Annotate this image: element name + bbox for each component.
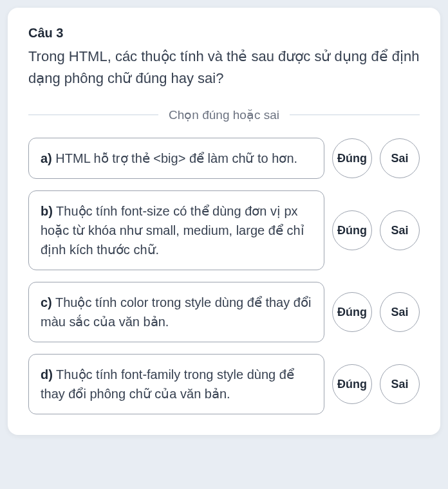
question-title: Câu 3	[28, 26, 420, 41]
statement-box-a: a) HTML hỗ trợ thẻ <big> để làm chữ to h…	[28, 138, 324, 179]
question-card: Câu 3 Trong HTML, các thuộc tính và thẻ …	[8, 8, 440, 435]
true-button-b[interactable]: Đúng	[332, 210, 372, 250]
statement-text: Thuộc tính font-size có thể dùng đơn vị …	[41, 204, 304, 257]
divider-line-left	[28, 115, 158, 115]
statement-text: HTML hỗ trợ thẻ <big> để làm chữ to hơn.	[55, 151, 297, 165]
statement-box-c: c) Thuộc tính color trong style dùng để …	[28, 282, 324, 342]
false-button-b[interactable]: Sai	[380, 210, 420, 250]
divider-line-right	[290, 115, 420, 115]
false-button-d[interactable]: Sai	[380, 364, 420, 404]
true-button-a[interactable]: Đúng	[332, 138, 372, 178]
false-button-c[interactable]: Sai	[380, 292, 420, 332]
option-row-c: c) Thuộc tính color trong style dùng để …	[28, 282, 420, 342]
statement-label: d)	[41, 367, 53, 382]
option-row-d: d) Thuộc tính font-family trong style dù…	[28, 354, 420, 414]
true-button-c[interactable]: Đúng	[332, 292, 372, 332]
instruction-text: Chọn đúng hoặc sai	[169, 107, 279, 122]
statement-box-b: b) Thuộc tính font-size có thể dùng đơn …	[28, 190, 324, 270]
statement-label: b)	[41, 204, 53, 218]
option-row-b: b) Thuộc tính font-size có thể dùng đơn …	[28, 190, 420, 270]
statement-box-d: d) Thuộc tính font-family trong style dù…	[28, 354, 324, 414]
true-button-d[interactable]: Đúng	[332, 364, 372, 404]
statement-text: Thuộc tính font-family trong style dùng …	[41, 367, 294, 401]
instruction-divider: Chọn đúng hoặc sai	[28, 107, 420, 122]
option-row-a: a) HTML hỗ trợ thẻ <big> để làm chữ to h…	[28, 138, 420, 179]
statement-text: Thuộc tính color trong style dùng để tha…	[41, 295, 311, 329]
question-text: Trong HTML, các thuộc tính và thẻ sau đư…	[28, 46, 420, 89]
statement-label: c)	[41, 295, 52, 309]
statement-label: a)	[41, 151, 52, 165]
false-button-a[interactable]: Sai	[380, 138, 420, 178]
